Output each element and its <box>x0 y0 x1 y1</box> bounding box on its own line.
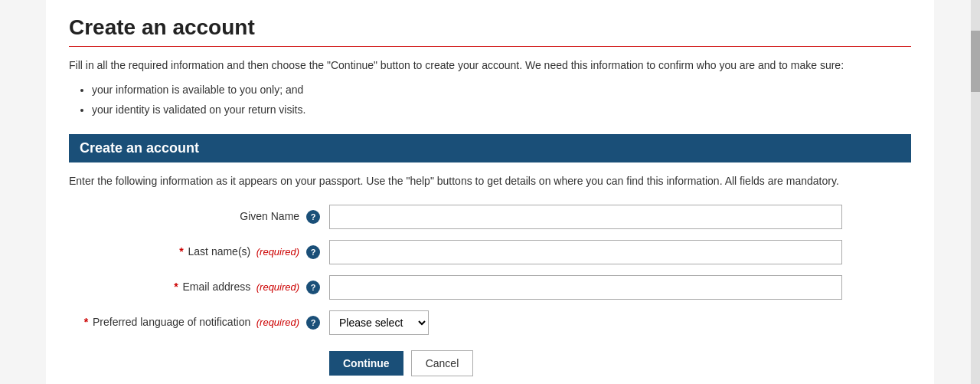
last-name-label-text: Last name(s) <box>188 245 251 258</box>
last-name-required-label: (required) <box>256 246 299 258</box>
cancel-button[interactable]: Cancel <box>411 350 474 376</box>
given-name-label: Given Name ? <box>69 210 329 224</box>
last-name-input[interactable] <box>329 240 842 264</box>
intro-bullet-1: your information is available to you onl… <box>92 81 911 98</box>
email-help-icon[interactable]: ? <box>306 281 320 294</box>
title-divider <box>69 46 911 47</box>
email-required-label: (required) <box>256 281 299 293</box>
intro-bullet-2: your identity is validated on your retur… <box>92 101 911 118</box>
email-row: * Email address (required) ? <box>69 275 911 300</box>
last-name-row: * Last name(s) (required) ? <box>69 240 911 264</box>
given-name-input[interactable] <box>329 205 842 229</box>
last-name-help-icon[interactable]: ? <box>306 245 320 259</box>
given-name-label-text: Given Name <box>240 210 299 222</box>
language-label: * Preferred language of notification (re… <box>69 316 329 330</box>
given-name-help-icon[interactable]: ? <box>306 210 320 224</box>
email-label: * Email address (required) ? <box>69 281 329 294</box>
email-input[interactable] <box>329 275 842 300</box>
last-name-required-star: * <box>179 245 183 258</box>
page-title: Create an account <box>69 15 911 40</box>
language-label-text: Preferred language of notification <box>93 316 250 328</box>
form-container: Given Name ? * Last name(s) (required) ?… <box>69 205 911 376</box>
scrollbar-thumb[interactable] <box>971 31 980 92</box>
language-required-label: (required) <box>256 317 299 328</box>
last-name-label: * Last name(s) (required) ? <box>69 245 329 259</box>
language-row: * Preferred language of notification (re… <box>69 310 911 335</box>
email-label-text: Email address <box>183 281 251 293</box>
language-help-icon[interactable]: ? <box>306 316 320 330</box>
page-container: Create an account Fill in all the requir… <box>46 0 934 384</box>
email-required-star: * <box>174 281 178 293</box>
continue-button[interactable]: Continue <box>329 351 403 376</box>
language-required-star: * <box>84 316 88 328</box>
scrollbar-area <box>971 0 980 384</box>
language-select[interactable]: Please select English French <box>329 310 429 335</box>
section-description: Enter the following information as it ap… <box>69 173 911 189</box>
intro-list: your information is available to you onl… <box>92 81 911 119</box>
buttons-row: Continue Cancel <box>69 350 911 376</box>
given-name-row: Given Name ? <box>69 205 911 229</box>
intro-text: Fill in all the required information and… <box>69 57 911 74</box>
section-header: Create an account <box>69 134 911 162</box>
